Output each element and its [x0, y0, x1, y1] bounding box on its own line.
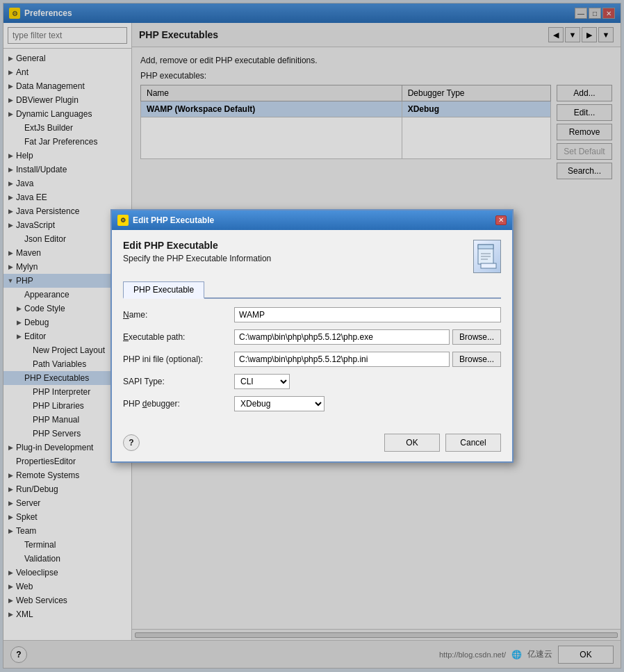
edit-php-executable-dialog: ⚙ Edit PHP Executable ✕ Edit PHP Executa…: [110, 209, 514, 463]
php-executable-tab[interactable]: PHP Executable: [123, 281, 204, 299]
executable-path-row: Executable path: Browse...: [123, 329, 501, 345]
dialog-body: Edit PHP Executable Specify the PHP Exec…: [112, 230, 512, 428]
dialog-icon-small: ⚙: [117, 215, 129, 226]
name-label: Name:: [123, 310, 234, 320]
dialog-close-button[interactable]: ✕: [495, 215, 507, 225]
executable-path-input[interactable]: [234, 329, 450, 345]
browse-executable-button[interactable]: Browse...: [452, 329, 501, 345]
executable-path-label: Executable path:: [123, 332, 234, 342]
browse-ini-button[interactable]: Browse...: [452, 352, 501, 367]
dialog-header-section: Edit PHP Executable Specify the PHP Exec…: [123, 240, 501, 273]
php-debugger-select[interactable]: XDebug Zend Debugger None: [234, 396, 325, 411]
php-ini-label: PHP ini file (optional):: [123, 354, 234, 364]
php-ini-input[interactable]: [234, 352, 450, 367]
dialog-php-icon: [473, 240, 501, 273]
php-ini-row: PHP ini file (optional): Browse...: [123, 352, 501, 367]
dialog-overlay: ⚙ Edit PHP Executable ✕ Edit PHP Executa…: [3, 3, 621, 668]
php-debugger-label: PHP debugger:: [123, 399, 234, 409]
name-input[interactable]: [234, 307, 501, 322]
sapi-type-label: SAPI Type:: [123, 377, 234, 386]
dialog-cancel-button[interactable]: Cancel: [445, 434, 501, 452]
dialog-header-text: Edit PHP Executable Specify the PHP Exec…: [123, 240, 271, 263]
dialog-header-title: Edit PHP Executable: [123, 240, 271, 251]
dialog-title-text: Edit PHP Executable: [133, 215, 495, 225]
dialog-header-sub: Specify the PHP Executable Information: [123, 254, 271, 263]
name-field-row: Name:: [123, 307, 501, 322]
svg-rect-5: [481, 263, 496, 268]
dialog-action-buttons: OK Cancel: [384, 434, 501, 452]
sapi-type-row: SAPI Type: CLI CGI FPM: [123, 374, 501, 389]
php-debugger-row: PHP debugger: XDebug Zend Debugger None: [123, 396, 501, 411]
dialog-footer: ? OK Cancel: [112, 428, 512, 461]
tab-bar: PHP Executable: [123, 281, 501, 299]
dialog-help-button[interactable]: ?: [123, 434, 140, 451]
dialog-title-bar: ⚙ Edit PHP Executable ✕: [112, 211, 512, 230]
main-window: ⚙ Preferences — □ ✕ ▶ General ▶ Ant: [3, 3, 621, 669]
sapi-type-select[interactable]: CLI CGI FPM: [234, 374, 290, 389]
dialog-ok-button[interactable]: OK: [384, 434, 440, 452]
svg-rect-1: [478, 245, 493, 249]
